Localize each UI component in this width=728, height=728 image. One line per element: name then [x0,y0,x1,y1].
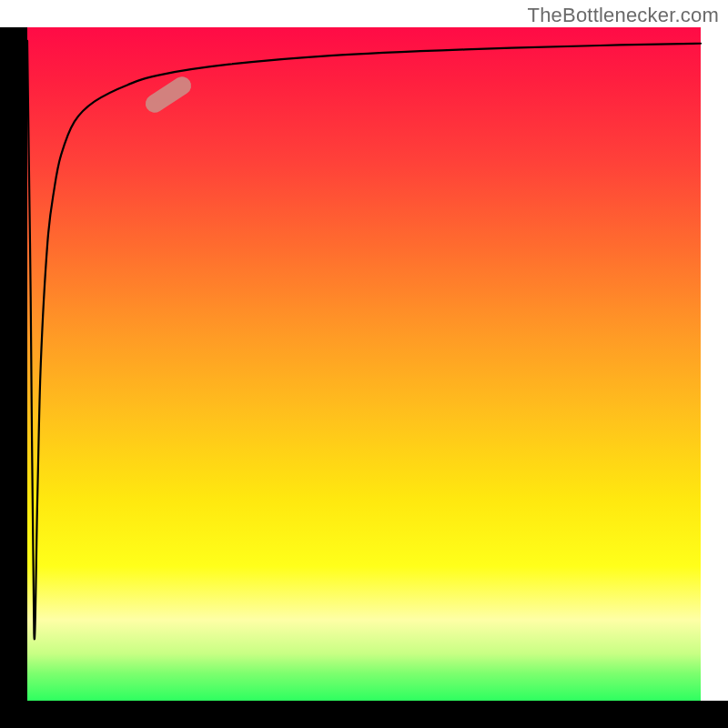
chart-frame: TheBottlenecker.com [0,0,728,728]
plot-area [27,27,701,701]
y-axis [0,27,27,701]
watermark-text: TheBottlenecker.com [528,4,719,27]
curve-layer [27,27,701,701]
bottleneck-curve [27,41,701,640]
x-axis [0,701,728,728]
